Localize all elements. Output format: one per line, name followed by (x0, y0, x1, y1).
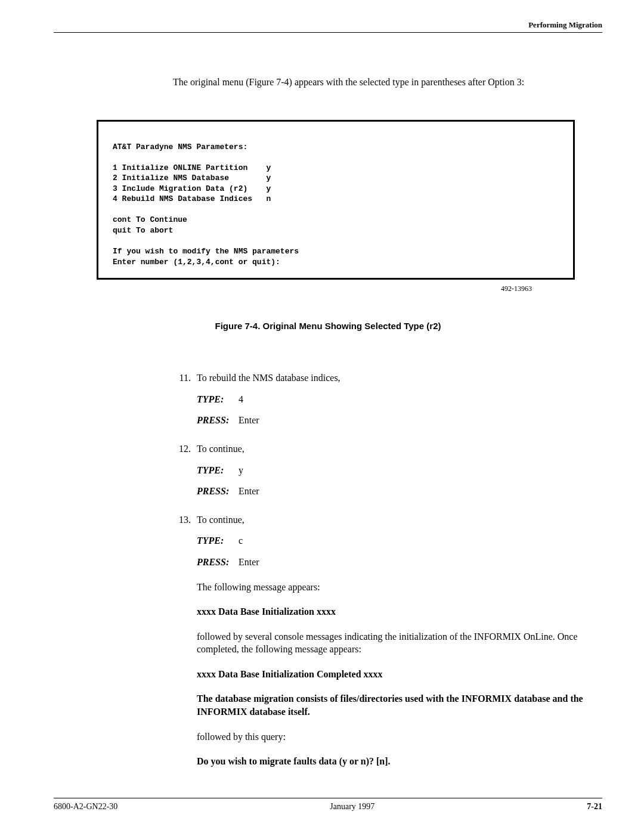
running-header: Performing Migration (54, 20, 602, 33)
step-paragraph: followed by this query: (197, 730, 583, 744)
type-label: TYPE: (197, 464, 239, 477)
type-value: y (239, 464, 243, 477)
press-value: Enter (239, 485, 259, 498)
type-value: 4 (239, 393, 243, 406)
figure-number-id: 492-13963 (54, 284, 532, 293)
section-title: Performing Migration (528, 20, 602, 29)
step-number: 12. (172, 442, 191, 498)
type-label: TYPE: (197, 393, 239, 406)
step-number: 13. (172, 513, 191, 768)
press-line: PRESS:Enter (197, 414, 583, 427)
step: 11.To rebuild the NMS database indices,T… (172, 371, 583, 427)
step-paragraph: xxxx Data Base Initialization Completed … (197, 668, 583, 681)
step-paragraph: The following message appears: (197, 581, 583, 594)
step-body: To rebuild the NMS database indices,TYPE… (197, 371, 583, 427)
type-line: TYPE:4 (197, 393, 583, 406)
step-list: 11.To rebuild the NMS database indices,T… (172, 371, 583, 768)
step: 12.To continue,TYPE:yPRESS:Enter (172, 442, 583, 498)
press-value: Enter (239, 556, 259, 569)
footer-date: January 1997 (330, 802, 374, 812)
step: 13.To continue,TYPE:cPRESS:EnterThe foll… (172, 513, 583, 768)
page: Performing Migration The original menu (… (0, 0, 644, 833)
step-paragraph: xxxx Data Base Initialization xxxx (197, 605, 583, 618)
type-line: TYPE:y (197, 464, 583, 477)
step-lead: To continue, (197, 513, 583, 527)
press-label: PRESS: (197, 414, 239, 427)
figure-caption: Figure 7-4. Original Menu Showing Select… (54, 321, 602, 331)
step-lead: To continue, (197, 442, 583, 456)
step-body: To continue,TYPE:cPRESS:EnterThe followi… (197, 513, 583, 768)
step-paragraph: followed by several console messages ind… (197, 630, 583, 656)
press-line: PRESS:Enter (197, 556, 583, 569)
footer-page-number: 7-21 (587, 802, 602, 812)
step-paragraph: Do you wish to migrate faults data (y or… (197, 755, 583, 768)
press-value: Enter (239, 414, 259, 427)
press-label: PRESS: (197, 485, 239, 498)
footer-doc-id: 6800-A2-GN22-30 (54, 802, 117, 812)
step-body: To continue,TYPE:yPRESS:Enter (197, 442, 583, 498)
step-number: 11. (172, 371, 191, 427)
type-value: c (239, 534, 243, 547)
terminal-output: AT&T Paradyne NMS Parameters: 1 Initiali… (97, 120, 575, 280)
press-label: PRESS: (197, 556, 239, 569)
intro-paragraph: The original menu (Figure 7-4) appears w… (173, 76, 555, 89)
type-label: TYPE: (197, 534, 239, 547)
step-paragraph: The database migration consists of files… (197, 692, 583, 718)
type-line: TYPE:c (197, 534, 583, 547)
page-footer: 6800-A2-GN22-30 January 1997 7-21 (54, 798, 602, 812)
press-line: PRESS:Enter (197, 485, 583, 498)
step-lead: To rebuild the NMS database indices, (197, 371, 583, 385)
